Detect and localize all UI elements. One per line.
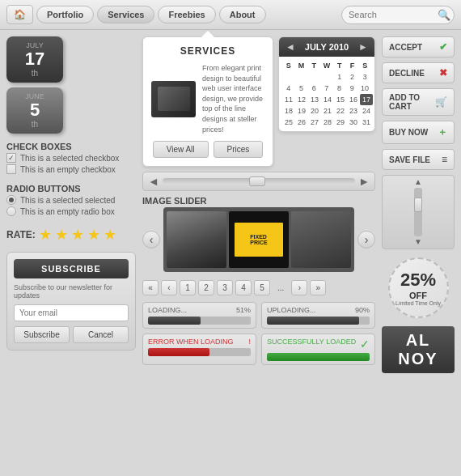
cal-day-2[interactable]: 2 <box>346 71 359 83</box>
vscroll-down-arrow[interactable]: ▼ <box>414 238 422 246</box>
cal-day-14[interactable]: 14 <box>321 94 334 105</box>
star-4[interactable]: ★ <box>87 226 100 244</box>
cal-prev-button[interactable]: ◄ <box>285 41 295 53</box>
page-next[interactable]: › <box>291 280 307 295</box>
email-field[interactable] <box>14 304 129 321</box>
cal-day-25[interactable]: 25 <box>282 117 295 128</box>
cal-day-21[interactable]: 21 <box>321 105 334 117</box>
nav-portfolio[interactable]: Portfolio <box>36 6 94 23</box>
star-5[interactable]: ★ <box>104 226 116 244</box>
checkbox-2[interactable] <box>6 164 16 174</box>
cal-day-30[interactable]: 30 <box>347 117 360 128</box>
checkbox-item-1[interactable]: This is a selected checkbox <box>6 153 136 163</box>
add-to-cart-button[interactable]: ADD TO CART 🛒 <box>382 88 455 116</box>
cal-next-button[interactable]: ► <box>358 41 368 53</box>
img-slider-track: FIXEDPRICE <box>163 207 354 272</box>
slider-thumb[interactable] <box>249 176 265 186</box>
img-slider-next-button[interactable]: › <box>357 231 375 249</box>
cal-day-11[interactable]: 11 <box>282 94 295 105</box>
page-prev[interactable]: ‹ <box>161 280 177 295</box>
cal-day-22[interactable]: 22 <box>334 105 347 117</box>
subscribe-header-button[interactable]: SUBSCRIBE <box>14 259 129 278</box>
progress-error-label: ERROR WHEN LOADING <box>148 338 234 346</box>
cal-day-19[interactable]: 19 <box>295 105 308 117</box>
buy-now-button[interactable]: BUY NOW ＋ <box>382 121 455 144</box>
cal-day-24[interactable]: 24 <box>360 105 373 117</box>
cal-day-10[interactable]: 10 <box>358 83 371 94</box>
cal-day-5[interactable]: 5 <box>295 83 308 94</box>
nav-services[interactable]: Services <box>97 6 154 23</box>
slider-right-arrow[interactable]: ► <box>358 175 370 188</box>
radio-1[interactable] <box>6 195 16 205</box>
progress-uploading-label: UPLOADING... <box>267 306 316 314</box>
cal-cell <box>307 71 320 83</box>
page-3[interactable]: 3 <box>217 280 233 295</box>
search-input[interactable] <box>349 10 438 19</box>
cal-day-28[interactable]: 28 <box>321 117 334 128</box>
cal-day-26[interactable]: 26 <box>295 117 308 128</box>
checkbox-1[interactable] <box>6 153 16 163</box>
cal-day-18[interactable]: 18 <box>282 105 295 117</box>
page-5[interactable]: 5 <box>254 280 270 295</box>
decline-button[interactable]: DECLINE ✖ <box>382 62 455 83</box>
page-first[interactable]: « <box>142 280 159 295</box>
cal-day-31[interactable]: 31 <box>360 117 373 128</box>
cal-day-27[interactable]: 27 <box>308 117 321 128</box>
services-area: SERVICES From elegant print design to be… <box>142 36 273 167</box>
cal-day-20[interactable]: 20 <box>308 105 321 117</box>
cancel-button[interactable]: Cancel <box>73 326 129 343</box>
slide-3 <box>291 211 351 268</box>
progress-loading-label: LOADING... <box>148 306 187 314</box>
star-3[interactable]: ★ <box>71 226 84 244</box>
home-button[interactable]: 🏠 <box>6 5 33 24</box>
cal-day-15[interactable]: 15 <box>334 94 347 105</box>
page-last[interactable]: » <box>310 280 326 295</box>
slide-2-inner: FIXEDPRICE <box>235 223 282 257</box>
cal-day-13[interactable]: 13 <box>308 94 321 105</box>
cal-day-29[interactable]: 29 <box>334 117 347 128</box>
page-2[interactable]: 2 <box>198 280 214 295</box>
checkbox-item-2[interactable]: This is an empty checkbox <box>6 164 136 174</box>
vscroll-track[interactable] <box>414 188 422 236</box>
checkboxes-section: CHECK BOXES This is a selected checkbox … <box>6 138 136 176</box>
img-slider-prev-button[interactable]: ‹ <box>142 231 160 249</box>
slider-left-arrow[interactable]: ◄ <box>148 175 159 188</box>
calendar-header: ◄ JULY 2010 ► <box>279 37 374 57</box>
vscroll-thumb[interactable] <box>414 198 422 212</box>
page-1[interactable]: 1 <box>180 280 196 295</box>
services-image <box>151 81 196 117</box>
view-all-button[interactable]: View All <box>153 141 209 158</box>
progress-success-label: SUCCESSFULLY LOADED <box>267 338 356 351</box>
calendar-row-3: 11 12 13 14 15 16 17 <box>282 94 371 105</box>
radio-2[interactable] <box>6 206 16 216</box>
cal-day-6[interactable]: 6 <box>307 83 320 94</box>
nav-about[interactable]: About <box>219 6 266 23</box>
accept-button[interactable]: ACCEPT ✔ <box>382 36 455 57</box>
cal-day-23[interactable]: 23 <box>347 105 360 117</box>
cal-day-1[interactable]: 1 <box>333 71 346 83</box>
search-icon[interactable]: 🔍 <box>438 9 450 21</box>
buy-now-label: BUY NOW <box>389 128 428 137</box>
plus-icon: ＋ <box>438 125 447 139</box>
star-2[interactable]: ★ <box>55 226 68 244</box>
accept-label: ACCEPT <box>389 43 422 52</box>
cal-day-17-today[interactable]: 17 <box>360 94 373 105</box>
cal-day-7[interactable]: 7 <box>320 83 333 94</box>
page-4[interactable]: 4 <box>235 280 252 295</box>
star-1[interactable]: ★ <box>39 226 52 244</box>
radio-item-1[interactable]: This is a selected selected <box>6 195 136 205</box>
cal-day-9[interactable]: 9 <box>345 83 358 94</box>
slider-track[interactable] <box>163 178 355 185</box>
prices-button[interactable]: Prices <box>214 141 264 158</box>
cal-day-16[interactable]: 16 <box>347 94 360 105</box>
cal-day-4[interactable]: 4 <box>282 83 295 94</box>
vscroll-up-arrow[interactable]: ▲ <box>414 178 422 186</box>
date-bubble-july: July 17 th <box>6 36 63 83</box>
cal-day-3[interactable]: 3 <box>358 71 371 83</box>
cal-day-12[interactable]: 12 <box>295 94 308 105</box>
save-file-button[interactable]: SAVE FILE ≡ <box>382 149 455 170</box>
cal-day-8[interactable]: 8 <box>333 83 346 94</box>
nav-freebies[interactable]: Freebies <box>158 6 215 23</box>
radio-item-2[interactable]: This is an empty radio box <box>6 206 136 216</box>
subscribe-button[interactable]: Subscribe <box>14 326 70 343</box>
